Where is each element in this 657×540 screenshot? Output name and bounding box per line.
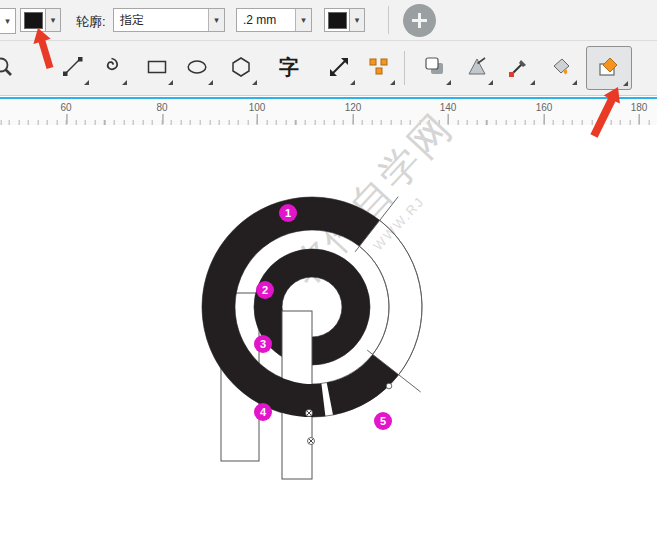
outline-color-picker[interactable]: ▾ (324, 8, 365, 32)
freehand-line-tool[interactable] (54, 46, 92, 88)
chevron-down-icon[interactable]: ▾ (208, 9, 224, 31)
ruler-label: 60 (60, 102, 71, 113)
text-tool-glyph: 字 (279, 57, 299, 77)
extrude-tool[interactable] (458, 46, 496, 88)
chevron-down-icon: ▾ (5, 17, 10, 26)
shadow-squares-icon (423, 55, 447, 79)
step-badge-1: 1 (279, 204, 297, 222)
outline-style-select[interactable]: 指定 ▾ (113, 8, 225, 32)
chevron-down-icon: ▾ (301, 16, 306, 25)
ruler-label: 100 (249, 102, 266, 113)
outline-color-well[interactable] (324, 8, 350, 32)
polygon-icon (229, 55, 253, 79)
toolbar-separator (404, 51, 405, 85)
line-icon (61, 55, 85, 79)
paint-bucket-icon (549, 55, 573, 79)
text-tool[interactable]: 字 (270, 46, 308, 88)
rectangle-icon (145, 55, 169, 79)
chevron-down-icon: ▾ (355, 16, 360, 25)
blend-tool[interactable] (320, 46, 358, 88)
polygon-tool[interactable] (222, 46, 260, 88)
plus-button[interactable] (403, 4, 436, 37)
magnifier-icon (0, 55, 15, 79)
outline-label: 轮廓: (76, 13, 106, 31)
cone-icon (465, 55, 489, 79)
eyedropper-icon (507, 55, 531, 79)
ruler-label: 80 (156, 102, 167, 113)
orange-nodes-icon (367, 55, 391, 79)
distort-tool[interactable] (360, 46, 398, 88)
fill-color-dropdown-button[interactable]: ▾ (46, 8, 61, 32)
spiral-icon (99, 55, 123, 79)
step-badge-5: 5 (374, 412, 392, 430)
ruler-label: 120 (345, 102, 362, 113)
outline-color-dropdown-button[interactable]: ▾ (350, 8, 365, 32)
ruler-label: 180 (631, 102, 648, 113)
partial-dropdown[interactable]: ▾ (0, 8, 16, 34)
chevron-down-icon[interactable]: ▾ (295, 9, 311, 31)
ellipse-tool[interactable] (178, 46, 216, 88)
toolbar-separator (388, 6, 389, 34)
outline-width-value: .2 mm (237, 13, 295, 27)
fill-color-swatch (24, 12, 43, 29)
outline-width-select[interactable]: .2 mm ▾ (236, 8, 312, 32)
plus-icon (412, 13, 427, 28)
property-bar: ▾ ▾ 轮廓: 指定 ▾ .2 mm ▾ ▾ (0, 0, 657, 41)
diamond-fill-icon (596, 56, 622, 80)
fill-color-picker[interactable]: ▾ (20, 8, 61, 32)
smart-fill-tool[interactable] (586, 46, 632, 90)
outline-style-value: 指定 (114, 12, 208, 29)
fill-bucket-tool[interactable] (542, 46, 580, 88)
outline-color-swatch (328, 12, 347, 29)
step-badge-3: 3 (254, 335, 272, 353)
ruler-label: 160 (536, 102, 553, 113)
color-eyedropper-tool[interactable] (500, 46, 538, 88)
ellipse-icon (185, 55, 209, 79)
ruler-label: 140 (440, 102, 457, 113)
toolbox-bar: 字 (0, 41, 657, 96)
horizontal-ruler[interactable]: 60 80 100 120 140 160 180 (0, 99, 657, 126)
chevron-down-icon: ▾ (214, 16, 219, 25)
chevron-down-icon: ▾ (51, 16, 56, 25)
step-badge-4: 4 (254, 403, 272, 421)
drop-shadow-tool[interactable] (416, 46, 454, 88)
zoom-tool[interactable] (0, 46, 22, 88)
diagonal-arrow-icon (327, 55, 351, 79)
spiral-tool[interactable] (92, 46, 130, 88)
fill-color-well[interactable] (20, 8, 46, 32)
step-badge-2: 2 (256, 281, 274, 299)
drawing-canvas[interactable] (0, 125, 657, 540)
rectangle-tool[interactable] (138, 46, 176, 88)
